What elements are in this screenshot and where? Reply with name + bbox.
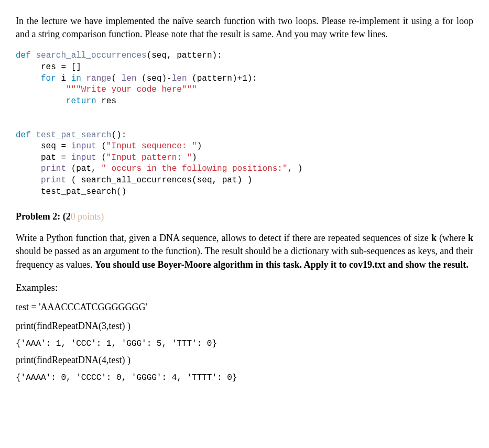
example-output-2: {'AAAA': 0, 'CCCC': 0, 'GGGG': 4, 'TTTT'…: [16, 372, 473, 384]
kw-def: def: [16, 130, 31, 140]
code-block-1: def search_all_occurrences(seq, pattern)…: [16, 50, 473, 198]
kw-input: input: [71, 153, 96, 162]
docstring: """Write your code here""": [66, 85, 197, 94]
kw-input: input: [71, 141, 96, 151]
examples-label: Examples:: [16, 281, 473, 295]
example-test-line: test = 'AAACCCATCGGGGGGG': [16, 301, 473, 314]
kw-for: for: [41, 74, 56, 83]
kw-len: len: [172, 74, 187, 83]
kw-range: range: [86, 74, 111, 83]
problem1-intro: In the lecture we have implemented the n…: [16, 15, 473, 41]
example-output-1: {'AAA': 1, 'CCC': 1, 'GGG': 5, 'TTT': 0}: [16, 338, 473, 349]
string-literal: "Input sequence: ": [106, 141, 197, 151]
example-call-1: print(findRepeatDNA(3,test) ): [16, 320, 473, 333]
problem2-heading: Problem 2: (20 points): [16, 210, 473, 223]
kw-def: def: [16, 51, 31, 60]
string-literal: "Input pattern: ": [106, 153, 192, 162]
kw-return: return: [66, 96, 96, 106]
problem2-text: Write a Python function that, given a DN…: [16, 232, 473, 271]
code-line: res = []: [41, 62, 81, 72]
string-literal: " occurs in the following positions:": [101, 164, 287, 173]
example-call-2: print(findRepeatDNA(4,test) ): [16, 354, 473, 367]
points-faded: 0 points): [71, 211, 104, 222]
fn-name: search_all_occurrences: [36, 51, 146, 60]
kw-print: print: [41, 176, 66, 185]
code-line: test_pat_search(): [41, 187, 126, 196]
fn-name: test_pat_search: [36, 130, 111, 140]
kw-in: in: [71, 74, 81, 83]
args: (seq, pattern):: [147, 51, 222, 60]
kw-print: print: [41, 164, 66, 173]
kw-len: len: [122, 74, 137, 83]
